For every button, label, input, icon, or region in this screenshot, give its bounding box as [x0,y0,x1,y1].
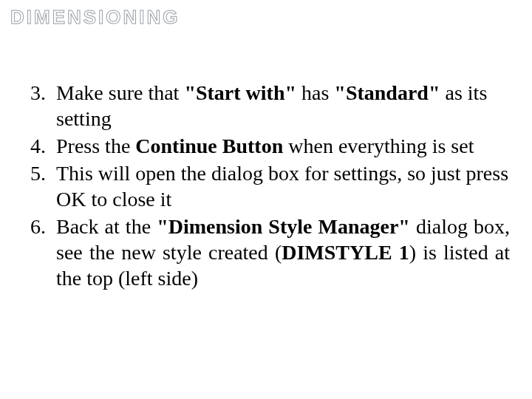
page-title: DIMENSIONING [10,6,180,29]
text: This will open the dialog box for settin… [56,162,508,211]
slide: DIMENSIONING 3. Make sure that "Start wi… [0,0,532,399]
text: Back at the [56,215,157,238]
item-body: Press the Continue Button when everythin… [56,133,510,159]
text: Make sure that [56,81,184,104]
item-number: 6. [22,214,56,291]
item-body: Make sure that "Start with" has "Standar… [56,80,510,132]
bold-text: DIMSTYLE 1 [282,241,409,264]
item-number: 4. [22,133,56,159]
item-body: This will open the dialog box for settin… [56,160,510,212]
bold-text: "Dimension Style Manager" [157,215,410,238]
item-number: 5. [22,160,56,212]
instruction-list: 3. Make sure that "Start with" has "Stan… [22,80,510,293]
bold-text: Continue Button [135,134,283,157]
list-item: 6. Back at the "Dimension Style Manager"… [22,214,510,291]
item-number: 3. [22,80,56,132]
bold-text: "Start with" [184,81,296,104]
text: when everything is set [283,134,474,157]
list-item: 4. Press the Continue Button when everyt… [22,133,510,159]
text: Press the [56,134,135,157]
bold-text: "Standard" [334,81,440,104]
list-item: 3. Make sure that "Start with" has "Stan… [22,80,510,132]
text: has [296,81,334,104]
item-body: Back at the "Dimension Style Manager" di… [56,214,510,291]
list-item: 5. This will open the dialog box for set… [22,160,510,212]
